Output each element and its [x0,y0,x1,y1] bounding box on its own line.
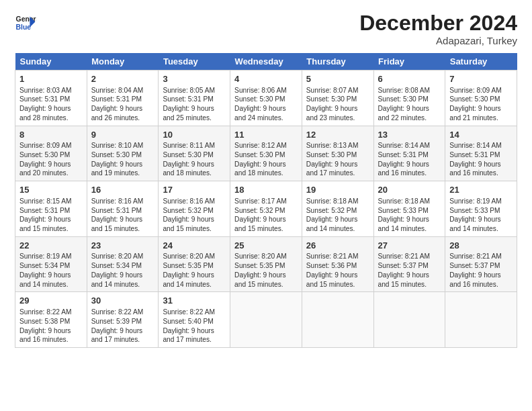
day-info-line: and 28 minutes. [19,113,83,123]
calendar-cell [302,292,373,348]
day-number: 18 [234,184,298,196]
day-info-line: Daylight: 9 hours [378,271,441,280]
day-info-line: Sunrise: 8:18 AM [378,197,441,206]
calendar-cell [445,292,517,348]
day-info-line: Sunset: 5:36 PM [306,261,369,271]
day-info-line: Sunrise: 8:08 AM [378,86,441,95]
calendar-cell: 11Sunrise: 8:12 AMSunset: 5:30 PMDayligh… [230,126,302,181]
day-info-line: Sunrise: 8:22 AM [19,308,83,317]
day-info-line: Sunset: 5:35 PM [234,261,298,271]
day-info-line: Sunrise: 8:09 AM [449,86,513,95]
day-number: 28 [449,240,513,252]
day-number: 9 [91,129,154,141]
header: General Blue December 2024 Adapazari, Tu… [15,12,517,46]
day-info-line: Daylight: 9 hours [449,104,513,113]
calendar-cell: 15Sunrise: 8:15 AMSunset: 5:31 PMDayligh… [15,181,87,237]
calendar-cell [373,292,445,348]
day-info-line: Sunset: 5:30 PM [378,95,441,104]
day-number: 26 [306,240,369,252]
day-info-line: and 25 minutes. [163,113,226,123]
day-number: 22 [19,240,83,252]
day-info-line: and 14 minutes. [19,280,83,289]
weekday-header-friday: Friday [373,53,445,71]
day-info-line: Sunrise: 8:20 AM [163,252,226,261]
day-info-line: Sunrise: 8:09 AM [19,141,83,150]
weekday-header-monday: Monday [87,53,159,71]
day-info-line: Sunset: 5:31 PM [163,95,226,104]
calendar-cell: 4Sunrise: 8:06 AMSunset: 5:30 PMDaylight… [230,71,302,126]
day-info-line: Sunrise: 8:06 AM [234,86,298,95]
title-block: December 2024 Adapazari, Turkey [359,12,517,46]
day-info-line: Sunset: 5:31 PM [19,95,83,104]
week-row-4: 22Sunrise: 8:19 AMSunset: 5:34 PMDayligh… [15,236,517,292]
day-info-line: and 17 minutes. [306,169,369,178]
day-info-line: Daylight: 9 hours [234,271,298,280]
day-info-line: Sunset: 5:30 PM [234,150,298,160]
day-info-line: Daylight: 9 hours [378,160,441,169]
calendar-cell: 23Sunrise: 8:20 AMSunset: 5:34 PMDayligh… [87,236,159,292]
day-info-line: Daylight: 9 hours [19,215,83,224]
day-info-line: Daylight: 9 hours [19,160,83,169]
day-info-line: and 14 minutes. [449,224,513,234]
calendar-cell: 29Sunrise: 8:22 AMSunset: 5:38 PMDayligh… [15,292,87,348]
day-info-line: Sunrise: 8:11 AM [163,141,226,150]
day-info-line: Sunrise: 8:15 AM [19,197,83,206]
day-number: 15 [19,184,83,196]
day-number: 2 [91,73,154,85]
calendar-cell: 10Sunrise: 8:11 AMSunset: 5:30 PMDayligh… [159,126,230,181]
calendar-cell: 19Sunrise: 8:18 AMSunset: 5:32 PMDayligh… [302,181,373,237]
calendar-cell: 24Sunrise: 8:20 AMSunset: 5:35 PMDayligh… [159,236,230,292]
day-info-line: Sunset: 5:30 PM [19,150,83,160]
day-info-line: and 19 minutes. [91,169,154,178]
calendar-cell: 21Sunrise: 8:19 AMSunset: 5:33 PMDayligh… [445,181,517,237]
day-info-line: Sunset: 5:38 PM [19,317,83,326]
svg-text:Blue: Blue [16,24,32,31]
day-number: 24 [163,240,226,252]
day-number: 4 [234,73,298,85]
day-info-line: and 17 minutes. [163,335,226,345]
day-info-line: Sunrise: 8:19 AM [19,252,83,261]
day-info-line: Daylight: 9 hours [306,271,369,280]
day-info-line: Sunrise: 8:14 AM [378,141,441,150]
day-info-line: and 16 minutes. [378,169,441,178]
calendar-page: General Blue December 2024 Adapazari, Tu… [0,0,532,411]
day-info-line: Sunrise: 8:22 AM [91,308,154,317]
calendar-table: SundayMondayTuesdayWednesdayThursdayFrid… [15,53,517,348]
day-info-line: Daylight: 9 hours [91,160,154,169]
day-number: 25 [234,240,298,252]
calendar-cell: 8Sunrise: 8:09 AMSunset: 5:30 PMDaylight… [15,126,87,181]
day-info-line: and 14 minutes. [91,280,154,289]
day-info-line: Sunrise: 8:20 AM [91,252,154,261]
day-info-line: and 14 minutes. [163,280,226,289]
day-info-line: Daylight: 9 hours [163,160,226,169]
day-info-line: Sunset: 5:35 PM [163,261,226,271]
day-info-line: and 15 minutes. [163,224,226,234]
day-info-line: Daylight: 9 hours [19,271,83,280]
day-info-line: Daylight: 9 hours [19,104,83,113]
calendar-cell: 3Sunrise: 8:05 AMSunset: 5:31 PMDaylight… [159,71,230,126]
day-info-line: Sunrise: 8:10 AM [91,141,154,150]
day-info-line: Sunrise: 8:16 AM [91,197,154,206]
day-info-line: Daylight: 9 hours [449,160,513,169]
day-info-line: and 15 minutes. [306,280,369,289]
day-info-line: and 22 minutes. [378,113,441,123]
day-info-line: Sunset: 5:37 PM [378,261,441,271]
day-info-line: Sunset: 5:33 PM [378,206,441,216]
day-info-line: Sunset: 5:31 PM [449,150,513,160]
calendar-cell: 26Sunrise: 8:21 AMSunset: 5:36 PMDayligh… [302,236,373,292]
calendar-cell: 27Sunrise: 8:21 AMSunset: 5:37 PMDayligh… [373,236,445,292]
day-info-line: Sunset: 5:40 PM [163,317,226,326]
day-info-line: Daylight: 9 hours [163,271,226,280]
calendar-cell: 2Sunrise: 8:04 AMSunset: 5:31 PMDaylight… [87,71,159,126]
day-info-line: Sunset: 5:32 PM [163,206,226,216]
day-number: 13 [378,129,441,141]
day-info-line: and 15 minutes. [19,224,83,234]
day-number: 10 [163,129,226,141]
day-info-line: Sunrise: 8:07 AM [306,86,369,95]
day-number: 30 [91,295,154,307]
day-info-line: Daylight: 9 hours [449,271,513,280]
day-info-line: Sunset: 5:31 PM [378,150,441,160]
calendar-cell: 20Sunrise: 8:18 AMSunset: 5:33 PMDayligh… [373,181,445,237]
day-info-line: and 15 minutes. [234,224,298,234]
day-info-line: and 16 minutes. [449,169,513,178]
